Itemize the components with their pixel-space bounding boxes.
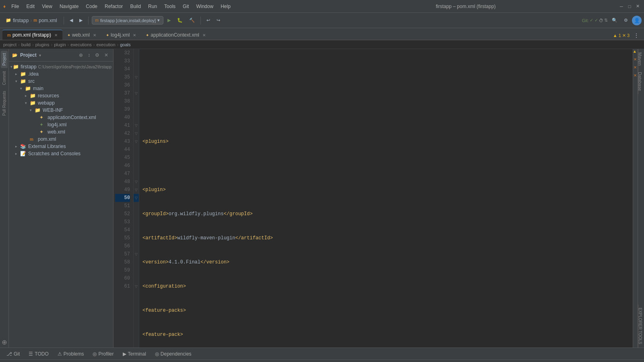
tree-item-scratches[interactable]: ▸ 📝 Scratches and Consoles — [9, 150, 113, 157]
menu-help[interactable]: Help — [217, 2, 234, 11]
menu-file[interactable]: File — [8, 2, 22, 11]
line-numbers: 32 33 34 35 36 37 38 39 40 41 42 43 44 4… — [114, 49, 134, 348]
menu-git[interactable]: Git — [180, 2, 192, 11]
sidebar-settings-btn[interactable]: ⚙ — [93, 51, 101, 59]
menu-edit[interactable]: Edit — [23, 2, 38, 11]
tree-item-webinf[interactable]: ▾ 📁 WEB-INF — [9, 107, 113, 114]
right-panel-maven[interactable]: Maven — [638, 49, 644, 69]
gutter-61[interactable]: ▽ — [134, 282, 139, 290]
menu-view[interactable]: View — [39, 2, 56, 11]
gutter-35[interactable]: ▽ — [134, 73, 139, 81]
gutter-49[interactable]: ▽ — [134, 186, 139, 194]
left-tab-project[interactable]: Project — [1, 51, 8, 68]
breadcrumb-project[interactable]: project — [3, 42, 17, 47]
ln-59: 59 — [115, 266, 130, 274]
breadcrumb-plugins[interactable]: plugins — [35, 42, 50, 47]
menu-tools[interactable]: Tools — [161, 2, 179, 11]
tab-close-pom[interactable]: ✕ — [54, 33, 58, 37]
tree-label-firstapp: firstapp — [21, 64, 36, 70]
bottom-tab-problems[interactable]: ⚠ Problems — [54, 350, 88, 358]
sidebar-collapse-btn[interactable]: ↕ — [86, 51, 92, 59]
gutter-43[interactable]: ▽ — [134, 138, 139, 146]
tree-item-webapp[interactable]: ▾ 📁 webapp — [9, 99, 113, 107]
tree-item-resources[interactable]: ▸ 📁 resources — [9, 92, 113, 99]
menu-build[interactable]: Build — [127, 2, 144, 11]
settings-button[interactable]: ⚙ — [621, 16, 630, 24]
maximize-button[interactable]: □ — [626, 3, 633, 10]
gutter-32 — [134, 49, 139, 57]
tree-label-webapp: webapp — [38, 100, 55, 106]
left-tab-pull-requests[interactable]: Pull Requests — [1, 88, 8, 118]
tree-item-webxml[interactable]: ✦ web.xml — [9, 128, 113, 136]
gutter-48[interactable]: ▽ — [134, 178, 139, 186]
undo-button[interactable]: ↩ — [204, 16, 213, 24]
tab-pom-xml[interactable]: m pom.xml (firstapp) ✕ — [2, 30, 62, 40]
gutter-50[interactable]: ▽ — [134, 194, 139, 202]
left-tab-bottom[interactable]: ⊕ — [0, 337, 9, 348]
tree-item-main[interactable]: ▾ 📁 main — [9, 85, 113, 92]
tab-close-log4j[interactable]: ✕ — [133, 33, 136, 37]
ln-37: 37 — [115, 89, 130, 97]
bottom-tab-todo[interactable]: ☰ TODO — [25, 350, 52, 358]
bottom-tab-terminal[interactable]: ▶ Terminal — [119, 350, 150, 358]
breadcrumb-executions[interactable]: executions — [70, 42, 92, 47]
run-config-selector[interactable]: m firstapp [clean,install,deploy] ▾ — [92, 16, 164, 25]
breadcrumb-execution[interactable]: execution — [96, 42, 115, 47]
code-editor[interactable]: <plugins> <plugin> <groupId>org.wildfly.… — [139, 49, 633, 348]
gutter-42[interactable]: ▽ — [134, 130, 139, 138]
ln-51: 51 — [115, 202, 130, 210]
tree-item-appcontext[interactable]: ✦ applicationContext.xml — [9, 114, 113, 121]
run-button[interactable]: ▶ — [165, 16, 173, 24]
menu-window[interactable]: Window — [193, 2, 217, 11]
tab-close-web[interactable]: ✕ — [93, 33, 96, 37]
tree-item-external-libs[interactable]: ▸ 📚 External Libraries — [9, 143, 113, 150]
menu-run[interactable]: Run — [145, 2, 160, 11]
tree-item-idea[interactable]: ▸ 📁 .idea — [9, 70, 113, 78]
gutter-57[interactable]: ▽ — [134, 250, 139, 258]
sidebar-scope-btn[interactable]: ⊕ — [77, 51, 85, 59]
tag-groupid-open-1: <groupId> — [142, 210, 169, 218]
tree-item-log4j[interactable]: ✦ log4j.xml — [9, 121, 113, 128]
breadcrumb-build[interactable]: build — [21, 42, 31, 47]
bottom-tab-git[interactable]: ⎇ Git — [2, 350, 24, 358]
tab-appcontext-xml[interactable]: ✦ applicationContext.xml ✕ — [141, 30, 211, 40]
search-button[interactable]: 🔍 — [609, 16, 620, 24]
gutter-37[interactable]: ▽ — [134, 89, 139, 97]
navigate-back-button[interactable]: ◀ — [67, 16, 75, 24]
minimize-button[interactable]: ─ — [618, 3, 625, 10]
redo-button[interactable]: ↪ — [214, 16, 223, 24]
navigate-forward-button[interactable]: ▶ — [77, 16, 85, 24]
tag-plugins-open: <plugins> — [142, 138, 169, 146]
tree-item-src[interactable]: ▾ 📁 src — [9, 78, 113, 85]
right-panel-database[interactable]: Database — [638, 69, 644, 94]
scratches-icon: 📝 — [20, 151, 27, 156]
breadcrumb-plugin[interactable]: plugin — [54, 42, 66, 47]
tab-close-appcontext[interactable]: ✕ — [202, 33, 206, 37]
tree-item-firstapp[interactable]: ▾ 📁 firstapp C:\Users\Igor\IdeaProjects\… — [9, 63, 113, 70]
bottom-tab-dependencies[interactable]: ◎ Dependencies — [151, 350, 196, 358]
ln-61: 61 — [115, 282, 130, 290]
bottom-tab-profiler[interactable]: ◎ Profiler — [89, 350, 118, 358]
tab-log4j-xml[interactable]: ✦ log4j.xml ✕ — [101, 30, 141, 40]
sidebar-close-btn[interactable]: ✕ — [103, 51, 110, 59]
gutter-41[interactable]: ▽ — [134, 121, 139, 130]
tab-options-button[interactable]: ⋮ — [631, 31, 642, 40]
menu-code[interactable]: Code — [83, 2, 101, 11]
close-button[interactable]: ✕ — [634, 3, 641, 10]
problems-tab-label: Problems — [64, 351, 84, 357]
left-tab-commit[interactable]: Commit — [1, 69, 8, 87]
breadcrumb-goals[interactable]: goals — [120, 42, 130, 47]
gutter-46 — [134, 162, 139, 170]
tree-item-pom[interactable]: m pom.xml — [9, 136, 113, 143]
menu-refactor[interactable]: Refactor — [101, 2, 126, 11]
right-scrollbar-track[interactable]: ▲ ✕ ✕ ✕ — [633, 49, 638, 348]
menu-navigate[interactable]: Navigate — [56, 2, 82, 11]
ln-60: 60 — [115, 274, 130, 282]
debug-button[interactable]: 🐛 — [175, 16, 185, 24]
editor-scroll[interactable]: 32 33 34 35 36 37 38 39 40 41 42 43 44 4… — [114, 49, 638, 348]
pom-file-icon: m — [30, 137, 36, 142]
tab-web-xml[interactable]: ✦ web.xml ✕ — [62, 30, 101, 40]
build-button[interactable]: 🔨 — [187, 16, 197, 24]
right-panel-explorer-tools[interactable]: EXPLORER TOOLS — [638, 304, 644, 348]
ln-44: 44 — [115, 146, 130, 154]
